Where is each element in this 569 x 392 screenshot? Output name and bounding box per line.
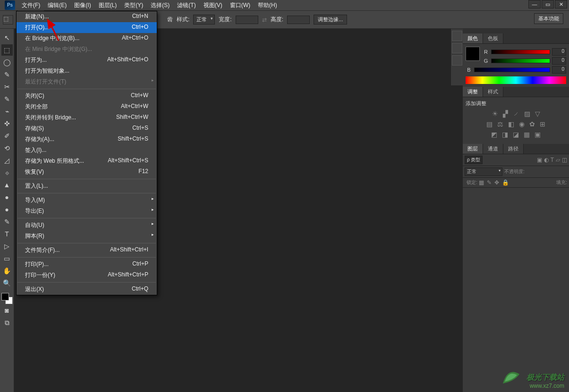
menuitem-27[interactable]: 打印(P)...Ctrl+P (17, 259, 157, 270)
tool-2[interactable]: ◯ (1, 57, 13, 68)
tool-14[interactable]: ● (1, 204, 13, 215)
bw-icon[interactable]: ◧ (508, 120, 514, 128)
width-input[interactable] (236, 16, 258, 24)
vibrance-icon[interactable]: ▽ (535, 110, 540, 117)
lock-paint-icon[interactable]: ✎ (487, 179, 492, 186)
filter-smart-icon[interactable]: ◫ (562, 157, 567, 163)
menuitem-22[interactable]: 自动(U) (17, 220, 157, 231)
tool-16[interactable]: T (1, 228, 13, 240)
color-spectrum[interactable] (466, 76, 566, 84)
b-slider[interactable] (474, 67, 550, 72)
properties-icon[interactable] (452, 43, 462, 53)
menu-9[interactable]: 帮助(H) (254, 0, 281, 11)
menuitem-23[interactable]: 脚本(R) (17, 231, 157, 242)
tool-3[interactable]: ✎ (1, 69, 13, 80)
menuitem-5[interactable]: 打开为智能对象... (17, 66, 157, 76)
lock-all-icon[interactable]: 🔒 (502, 179, 509, 186)
tool-preset-icon[interactable]: ⬚ (3, 15, 13, 25)
tool-13[interactable]: ● (1, 192, 13, 203)
exposure-icon[interactable]: ▨ (524, 110, 530, 117)
menuitem-9[interactable]: 关闭全部Alt+Ctrl+W (17, 101, 157, 112)
history-icon[interactable] (452, 31, 462, 41)
tool-1[interactable]: ⬚ (1, 44, 13, 56)
menuitem-2[interactable]: 在 Bridge 中浏览(B)...Alt+Ctrl+O (17, 33, 157, 44)
r-slider[interactable] (491, 50, 550, 54)
tool-5[interactable]: ✎ (1, 93, 13, 105)
tool-19[interactable]: ✋ (1, 265, 13, 276)
kind-filter[interactable]: ρ 类型 (465, 156, 483, 164)
tab-paths[interactable]: 路径 (503, 144, 524, 154)
photo-filter-icon[interactable]: ◉ (519, 120, 525, 128)
blend-mode-dropdown[interactable]: 正常 (465, 167, 502, 176)
tool-7[interactable]: ✜ (1, 118, 13, 129)
tab-layers[interactable]: 图层 (463, 144, 483, 154)
lookup-icon[interactable]: ⊞ (540, 120, 545, 128)
filter-type-icon[interactable]: T (551, 157, 554, 163)
levels-icon[interactable]: ▞ (503, 110, 508, 117)
posterize-icon[interactable]: ◨ (502, 131, 508, 138)
tab-styles[interactable]: 样式 (483, 87, 503, 97)
swap-icon[interactable]: ⇄ (262, 17, 267, 23)
menuitem-10[interactable]: 关闭并转到 Bridge...Shift+Ctrl+W (17, 112, 157, 123)
menuitem-0[interactable]: 新建(N)...Ctrl+N (17, 11, 157, 22)
menu-3[interactable]: 图层(L) (95, 0, 121, 11)
menu-6[interactable]: 滤镜(T) (173, 0, 199, 11)
balance-icon[interactable]: ⚖ (497, 120, 503, 128)
b-value[interactable]: 0 (552, 66, 566, 74)
tool-20[interactable]: 🔍 (1, 277, 13, 289)
tool-8[interactable]: ✐ (1, 130, 13, 142)
foreground-swatch[interactable] (466, 47, 480, 61)
tab-adjustments[interactable]: 调整 (463, 87, 483, 97)
menuitem-1[interactable]: 打开(O)...Ctrl+O (17, 22, 157, 33)
tool-6[interactable]: ⌁ (1, 106, 13, 117)
brightness-icon[interactable]: ☀ (492, 110, 498, 117)
menuitem-14[interactable]: 存储为 Web 所用格式...Alt+Shift+Ctrl+S (17, 156, 157, 167)
tool-18[interactable]: ▭ (1, 253, 13, 264)
threshold-icon[interactable]: ◪ (513, 131, 519, 138)
workspace-button[interactable]: 基本功能 (534, 13, 563, 24)
selective-icon[interactable]: ▣ (535, 131, 541, 138)
lock-trans-icon[interactable]: ▦ (479, 179, 484, 186)
style-dropdown[interactable]: 正常 (193, 15, 215, 25)
maximize-button[interactable]: ▭ (542, 0, 554, 8)
menu-5[interactable]: 选择(S) (147, 0, 173, 11)
color-swatches[interactable] (1, 293, 13, 304)
fg-swatch[interactable] (1, 293, 9, 300)
menuitem-25[interactable]: 文件简介(F)...Alt+Shift+Ctrl+I (17, 245, 157, 256)
tab-channels[interactable]: 通道 (483, 144, 503, 154)
invert-icon[interactable]: ◩ (491, 131, 497, 138)
menuitem-11[interactable]: 存储(S)Ctrl+S (17, 123, 157, 134)
tool-15[interactable]: ✎ (1, 216, 13, 227)
tool-4[interactable]: ✂ (1, 81, 13, 92)
tool-10[interactable]: ◿ (1, 155, 13, 166)
g-value[interactable]: 0 (552, 57, 566, 65)
menuitem-30[interactable]: 退出(X)Ctrl+Q (17, 284, 157, 295)
close-button[interactable]: ✕ (555, 0, 567, 8)
menuitem-20[interactable]: 导出(E) (17, 206, 157, 217)
menu-7[interactable]: 视图(V) (200, 0, 226, 11)
minimize-button[interactable]: — (528, 0, 541, 8)
menuitem-4[interactable]: 打开为...Alt+Shift+Ctrl+O (17, 55, 157, 66)
filter-shape-icon[interactable]: ▱ (556, 157, 560, 163)
menu-8[interactable]: 窗口(W) (226, 0, 254, 11)
filter-adjust-icon[interactable]: ◐ (544, 157, 549, 163)
hue-icon[interactable]: ▤ (486, 120, 493, 128)
menuitem-19[interactable]: 导入(M) (17, 195, 157, 206)
height-input[interactable] (287, 16, 310, 24)
menu-1[interactable]: 编辑(E) (44, 0, 70, 11)
quickmask-icon[interactable]: ◙ (1, 305, 13, 316)
menu-4[interactable]: 类型(Y) (120, 0, 147, 11)
tool-17[interactable]: ▷ (1, 241, 13, 252)
tool-9[interactable]: ⟲ (1, 142, 13, 154)
layers-list[interactable] (463, 188, 569, 392)
lock-move-icon[interactable]: ✥ (494, 179, 499, 186)
screenmode-icon[interactable]: ⧉ (1, 317, 13, 328)
mixer-icon[interactable]: ✿ (529, 120, 535, 128)
tab-swatches[interactable]: 色板 (483, 33, 503, 43)
refine-edge-button[interactable]: 调整边缘... (314, 15, 347, 25)
tool-0[interactable]: ↖ (1, 32, 13, 43)
gradient-map-icon[interactable]: ▦ (524, 131, 530, 138)
menuitem-15[interactable]: 恢复(V)F12 (17, 167, 157, 177)
curves-icon[interactable]: ⟋ (513, 110, 519, 117)
filter-pixel-icon[interactable]: ▣ (537, 157, 542, 163)
